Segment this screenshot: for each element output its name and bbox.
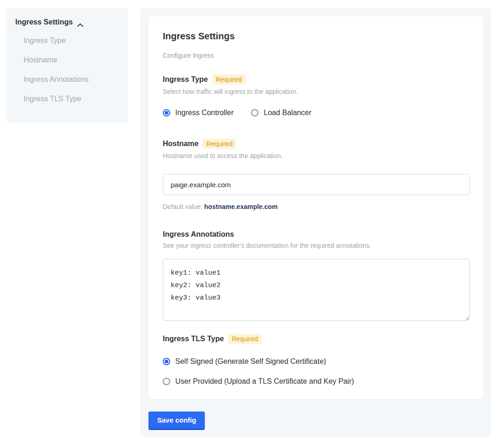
config-sidebar: Ingress Settings Ingress Type Hostname I… xyxy=(6,8,128,123)
sidebar-group-label: Ingress Settings xyxy=(15,18,73,26)
sidebar-item-ingress-annotations[interactable]: Ingress Annotations xyxy=(15,74,119,85)
radio-icon[interactable] xyxy=(163,358,170,365)
sidebar-item-ingress-type[interactable]: Ingress Type xyxy=(15,35,119,46)
radio-label: User Provided (Upload a TLS Certificate … xyxy=(175,377,354,386)
section-ingress-type: Ingress Type Required Select how traffic… xyxy=(163,74,469,117)
default-value: hostname.example.com xyxy=(204,203,278,210)
radio-icon[interactable] xyxy=(163,378,170,385)
annotations-textarea[interactable]: key1: value1 key2: value2 key3: value3 xyxy=(163,259,470,321)
tls-type-radio-group: Self Signed (Generate Self Signed Certif… xyxy=(163,357,469,386)
config-main-panel: Ingress Settings Configure Ingress Ingre… xyxy=(140,8,492,437)
radio-label: Self Signed (Generate Self Signed Certif… xyxy=(175,357,326,366)
chevron-up-icon xyxy=(77,20,83,24)
section-ingress-annotations: Ingress Annotations See your ingress con… xyxy=(163,230,469,321)
ingress-type-radio-group: Ingress Controller Load Balancer xyxy=(163,109,469,117)
section-title-ingress-type: Ingress Type xyxy=(163,75,208,84)
section-title-ingress-annotations: Ingress Annotations xyxy=(163,230,234,239)
help-text-ingress-type: Select how traffic will ingress to the a… xyxy=(163,88,469,95)
radio-icon[interactable] xyxy=(251,109,258,117)
hostname-default-line: Default value:hostname.example.com xyxy=(163,203,469,210)
hostname-input[interactable] xyxy=(163,174,470,195)
page-subtitle: Configure Ingress xyxy=(163,52,469,59)
help-text-hostname: Hostname used to access the application. xyxy=(163,152,469,160)
radio-option-self-signed[interactable]: Self Signed (Generate Self Signed Certif… xyxy=(163,357,469,366)
section-title-ingress-tls-type: Ingress TLS Type xyxy=(163,335,224,343)
radio-option-load-balancer[interactable]: Load Balancer xyxy=(251,109,311,117)
ingress-settings-card: Ingress Settings Configure Ingress Ingre… xyxy=(148,16,483,399)
required-badge: Required xyxy=(228,334,262,344)
radio-label: Ingress Controller xyxy=(175,109,234,117)
sidebar-group-ingress-settings[interactable]: Ingress Settings xyxy=(15,18,119,26)
radio-label: Load Balancer xyxy=(264,109,311,117)
sidebar-item-hostname[interactable]: Hostname xyxy=(15,55,119,65)
save-config-button[interactable]: Save config xyxy=(148,411,205,430)
radio-option-ingress-controller[interactable]: Ingress Controller xyxy=(163,109,234,117)
default-prefix: Default value: xyxy=(163,203,203,210)
section-ingress-tls-type: Ingress TLS Type Required Self Signed (G… xyxy=(163,334,469,386)
radio-option-user-provided[interactable]: User Provided (Upload a TLS Certificate … xyxy=(163,377,469,386)
help-text-ingress-annotations: See your ingress controller's documentat… xyxy=(163,242,469,249)
section-hostname: Hostname Required Hostname used to acces… xyxy=(163,139,469,210)
page-title: Ingress Settings xyxy=(163,31,469,42)
required-badge: Required xyxy=(212,74,246,85)
radio-icon[interactable] xyxy=(163,109,170,117)
sidebar-item-ingress-tls-type[interactable]: Ingress TLS Type xyxy=(15,93,119,104)
section-title-hostname: Hostname xyxy=(163,140,198,148)
required-badge: Required xyxy=(203,139,236,149)
